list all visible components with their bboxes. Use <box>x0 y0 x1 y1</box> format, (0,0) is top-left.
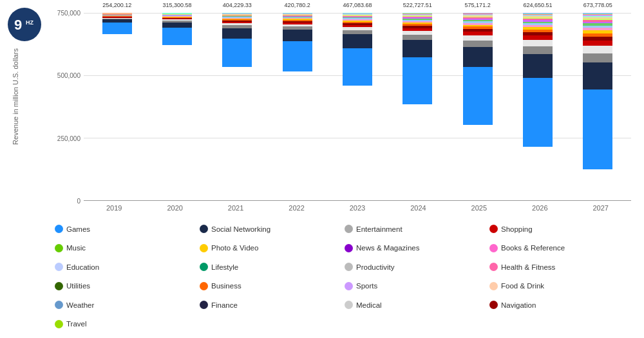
legend-item-10: Productivity <box>345 258 486 276</box>
legend-dot-10 <box>345 263 353 271</box>
legend-item-0: Games <box>55 220 196 238</box>
legend-label-17: Finance <box>211 301 238 309</box>
bar-segment-1 <box>162 23 192 28</box>
bar-segment-1 <box>583 62 612 89</box>
x-label-2024: 2024 <box>388 201 448 219</box>
legend-dot-3 <box>489 225 498 233</box>
bar-group-2021: 404,229.33 <box>207 13 267 201</box>
bar-segment-0 <box>583 89 612 169</box>
legend-dot-11 <box>489 263 498 271</box>
bar-segment-1 <box>463 47 493 67</box>
legend-label-9: Lifestyle <box>211 263 238 271</box>
bar-group-2020: 315,300.58 <box>147 13 207 201</box>
bar-total-2025: 575,171.2 <box>465 2 491 8</box>
bar-total-2024: 522,727.51 <box>403 2 432 8</box>
legend-item-9: Lifestyle <box>200 258 341 276</box>
legend-dot-20 <box>55 320 63 328</box>
bar-group-2025: 575,171.2 <box>448 13 507 201</box>
legend-label-5: Photo & Video <box>211 244 258 252</box>
legend-label-12: Utilities <box>66 282 90 290</box>
legend: GamesSocial NetworkingEntertainmentShopp… <box>55 220 631 333</box>
legend-label-15: Food & Drink <box>501 282 544 290</box>
y-label-500: 500,000 <box>57 72 80 79</box>
legend-label-14: Sports <box>356 282 377 290</box>
bar-segment-0 <box>523 78 553 147</box>
bar-segment-1 <box>402 40 432 57</box>
legend-dot-9 <box>200 263 208 271</box>
bar-segment-0 <box>402 57 432 104</box>
legend-dot-16 <box>55 301 63 309</box>
legend-label-16: Weather <box>66 301 94 309</box>
x-label-2022: 2022 <box>266 201 327 219</box>
bar-group-2019: 254,200.12 <box>87 13 147 201</box>
legend-label-10: Productivity <box>356 263 394 271</box>
y-label-750: 750,000 <box>57 10 80 17</box>
legend-item-2: Entertainment <box>345 220 486 238</box>
bar-group-2026: 624,650.51 <box>507 13 567 201</box>
legend-label-8: Education <box>66 263 99 271</box>
legend-item-6: News & Magazines <box>345 239 486 258</box>
bar-segment-0 <box>343 48 372 86</box>
bar-total-2027: 673,778.05 <box>583 2 612 8</box>
legend-item-16: Weather <box>55 296 196 314</box>
legend-dot-6 <box>345 244 353 252</box>
x-label-2026: 2026 <box>509 201 570 219</box>
bar-segment-0 <box>102 23 132 34</box>
bar-segment-1 <box>222 28 252 39</box>
bar-total-2020: 315,300.58 <box>162 2 191 8</box>
bar-segment-4 <box>583 41 612 46</box>
bar-group-2023: 467,083.68 <box>327 13 387 201</box>
bar-segment-0 <box>162 28 192 45</box>
legend-dot-4 <box>55 244 63 252</box>
legend-dot-15 <box>489 282 498 290</box>
legend-item-5: Photo & Video <box>200 239 341 258</box>
bar-segment-1 <box>283 30 312 41</box>
legend-dot-5 <box>200 244 208 252</box>
bar-total-2026: 624,650.51 <box>523 2 552 8</box>
legend-dot-1 <box>200 225 208 233</box>
legend-item-14: Sports <box>345 277 486 296</box>
bar-segment-1 <box>523 54 553 77</box>
legend-item-13: Business <box>200 277 341 296</box>
legend-item-15: Food & Drink <box>489 277 631 296</box>
y-label-0: 0 <box>77 198 80 205</box>
svg-text:HZ: HZ <box>26 19 33 26</box>
bar-segment-2 <box>463 41 493 47</box>
legend-dot-7 <box>489 244 498 252</box>
bar-segment-3 <box>523 40 553 46</box>
x-axis-labels: 201920202021202220232024202520262027 <box>84 201 631 219</box>
bar-group-2027: 673,778.05 <box>568 13 628 201</box>
legend-item-20: Travel <box>55 315 196 333</box>
bar-segment-3 <box>583 46 612 53</box>
legend-dot-18 <box>345 301 353 309</box>
legend-label-1: Social Networking <box>211 225 270 233</box>
legend-dot-17 <box>200 301 208 309</box>
chart-area: 750,000 500,000 250,000 0 254,200.12315,… <box>45 13 631 219</box>
legend-item-8: Education <box>55 258 196 276</box>
bar-group-2024: 522,727.51 <box>388 13 448 201</box>
legend-item-12: Utilities <box>55 277 196 296</box>
svg-text:9: 9 <box>14 17 22 33</box>
bar-segment-0 <box>283 41 312 72</box>
bar-segment-4 <box>523 35 553 40</box>
legend-label-11: Health & Fitness <box>501 263 555 271</box>
bar-segment-0 <box>463 67 493 125</box>
legend-label-7: Books & Reference <box>501 244 565 252</box>
bar-segment-1 <box>343 34 372 48</box>
x-label-2020: 2020 <box>144 201 205 219</box>
legend-label-0: Games <box>66 225 90 233</box>
bar-total-2021: 404,229.33 <box>223 2 252 8</box>
legend-label-13: Business <box>211 282 242 290</box>
bar-total-2023: 467,083.68 <box>343 2 372 8</box>
y-label-250: 250,000 <box>57 135 80 142</box>
bars-area: 254,200.12315,300.58404,229.33420,780.24… <box>84 13 631 201</box>
legend-label-6: News & Magazines <box>356 244 419 252</box>
y-axis-label: Revenue in million U.S. dollars <box>12 48 19 145</box>
bar-segment-3 <box>463 35 493 41</box>
legend-label-20: Travel <box>66 320 87 328</box>
legend-dot-12 <box>55 282 63 290</box>
y-labels: 750,000 500,000 250,000 0 <box>45 13 84 201</box>
legend-label-18: Medical <box>356 301 382 309</box>
legend-dot-14 <box>345 282 353 290</box>
legend-label-2: Entertainment <box>356 225 402 233</box>
